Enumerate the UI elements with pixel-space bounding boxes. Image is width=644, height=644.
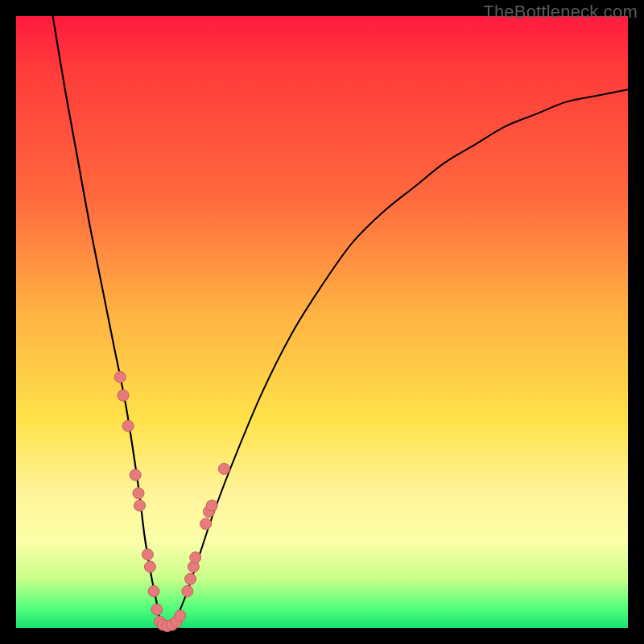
data-dot xyxy=(206,500,217,511)
data-dots-group xyxy=(114,371,229,631)
data-dot xyxy=(175,610,186,621)
data-dot xyxy=(142,549,153,560)
data-dot xyxy=(200,518,212,530)
data-dot xyxy=(148,585,159,597)
data-dot xyxy=(133,488,144,499)
data-dot xyxy=(151,604,163,615)
data-dot xyxy=(122,420,134,431)
data-dot xyxy=(134,500,146,511)
data-dot xyxy=(185,573,196,584)
chart-svg xyxy=(16,16,628,628)
data-dot xyxy=(218,463,229,474)
data-dot xyxy=(144,561,155,572)
plot-area xyxy=(16,16,628,628)
chart-stage: TheBottleneck.com xyxy=(0,0,644,644)
curve-left-branch xyxy=(53,16,160,621)
data-dot xyxy=(114,371,126,382)
watermark-text: TheBottleneck.com xyxy=(483,2,638,23)
data-dot xyxy=(118,390,129,401)
data-dot xyxy=(130,469,141,481)
data-dot xyxy=(190,552,201,564)
data-dot xyxy=(182,585,193,597)
curve-right-branch xyxy=(175,89,628,621)
